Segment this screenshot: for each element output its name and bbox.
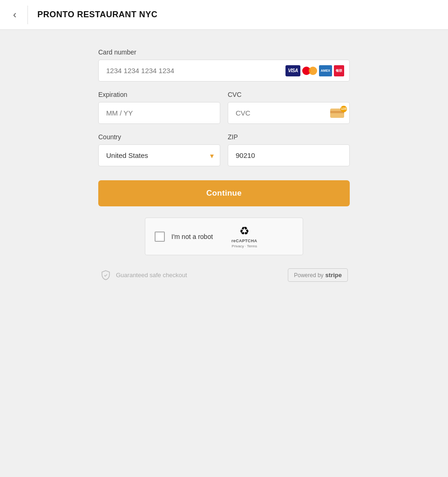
recaptcha-checkbox[interactable] [155,232,165,242]
stripe-brand-label: stripe [326,272,342,279]
continue-button[interactable]: Continue [98,180,350,206]
card-number-group: Card number VISA AMEX 银联 [98,48,350,82]
cvc-label: CVC [228,91,350,98]
recaptcha-right: ♻ reCAPTCHA Privacy · Terms [231,225,257,248]
header: ‹ PRONTO RESTAURANT NYC [0,0,448,30]
recaptcha-wrapper: I'm not a robot ♻ reCAPTCHA Privacy · Te… [98,218,350,255]
cvc-card-icon-wrapper: 135 [330,109,344,118]
country-zip-row: Country United States Canada United King… [98,133,350,166]
zip-label: ZIP [228,133,350,141]
mastercard-icon [302,66,317,75]
zip-group: ZIP [228,133,350,166]
expiry-cvc-row: Expiration CVC 135 [98,91,350,124]
country-label: Country [98,133,220,141]
cvc-badge: 135 [340,106,347,112]
country-select-wrapper: United States Canada United Kingdom Aust… [98,144,220,166]
safe-checkout-label: Guaranteed safe checkout [116,272,187,279]
recaptcha-logo-icon: ♻ [239,225,250,238]
unionpay-icon: 银联 [334,65,344,76]
recaptcha-label: I'm not a robot [171,233,213,240]
recaptcha-links: Privacy · Terms [231,244,257,248]
safe-checkout: Guaranteed safe checkout [100,270,187,281]
cvc-card-icon: 135 [330,109,344,118]
checkout-footer: Guaranteed safe checkout Powered by stri… [98,268,350,282]
visa-icon: VISA [285,65,300,76]
checkout-form: Card number VISA AMEX 银联 Expiration CVC [89,30,359,300]
card-number-wrapper: VISA AMEX 银联 [98,60,350,82]
country-group: Country United States Canada United King… [98,133,220,166]
cvc-group: CVC 135 [228,91,350,124]
expiration-group: Expiration [98,91,220,124]
header-divider [27,6,28,24]
expiration-input[interactable] [98,102,220,124]
card-brand-icons: VISA AMEX 银联 [285,65,344,76]
shield-check-icon [100,270,111,281]
recaptcha-box: I'm not a robot ♻ reCAPTCHA Privacy · Te… [145,218,303,255]
back-button[interactable]: ‹ [9,8,20,22]
recaptcha-brand: reCAPTCHA [231,238,257,243]
recaptcha-left: I'm not a robot [155,232,213,242]
powered-by-label: Powered by [294,272,323,279]
stripe-badge: Powered by stripe [288,268,348,282]
country-select[interactable]: United States Canada United Kingdom Aust… [98,144,220,166]
page-title: PRONTO RESTAURANT NYC [37,10,157,20]
amex-icon: AMEX [319,65,332,76]
expiration-label: Expiration [98,91,220,98]
zip-input[interactable] [228,144,350,166]
cvc-wrapper: 135 [228,102,350,124]
card-number-label: Card number [98,48,350,56]
